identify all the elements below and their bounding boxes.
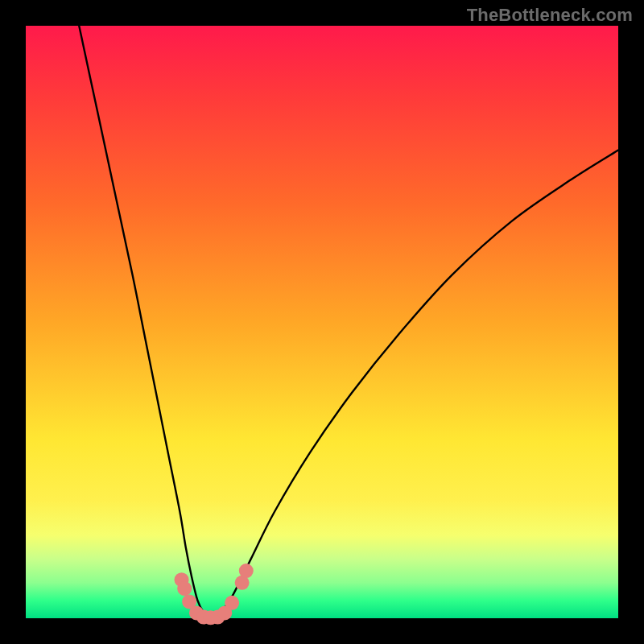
watermark-text: TheBottleneck.com	[467, 5, 633, 26]
bottleneck-curve-path	[79, 26, 618, 619]
curve-svg	[26, 26, 618, 618]
highlight-marker	[239, 564, 254, 578]
highlight-marker	[225, 596, 239, 610]
chart-frame: TheBottleneck.com	[0, 0, 644, 644]
plot-area	[26, 26, 618, 618]
highlight-marker	[177, 581, 192, 596]
marker-group	[175, 564, 254, 625]
